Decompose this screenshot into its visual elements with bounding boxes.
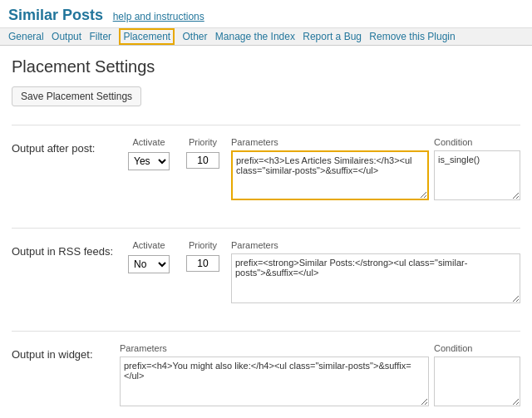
rss-activate-select[interactable]: No Yes [128, 255, 170, 273]
divider-top [12, 125, 520, 125]
output-rss-controls: Activate Priority Parameters No Yes pref… [120, 240, 520, 306]
rss-row: No Yes prefix=<strong>Similar Posts:</st… [120, 253, 520, 306]
rss-priority-col [178, 253, 228, 272]
widget-parameters-col: prefix=<h4>You might also like:</h4><ul … [120, 357, 429, 409]
save-placement-settings-button[interactable]: Save Placement Settings [12, 86, 141, 106]
tab-manage-index[interactable]: Manage the Index [215, 31, 295, 42]
output-after-post-label: Output after post: [12, 137, 120, 155]
output-rss-section: Output in RSS feeds: Activate Priority P… [12, 240, 520, 314]
main-content: Placement Settings Save Placement Settin… [0, 46, 532, 418]
rss-parameters-col: prefix=<strong>Similar Posts:</strong><u… [228, 253, 520, 306]
page-title: Placement Settings [12, 57, 520, 76]
after-post-row: Yes No prefix=<h3>Les Articles Similaire… [120, 150, 520, 203]
after-post-priority-input[interactable] [186, 152, 219, 169]
divider-mid2 [12, 331, 520, 332]
output-widget-controls: Parameters Condition prefix=<h4>You migh… [120, 343, 520, 409]
parameters-header: Parameters [228, 137, 429, 147]
after-post-parameters-col: prefix=<h3>Les Articles Similaires:</h3>… [228, 150, 429, 203]
after-post-activate-col: Yes No [120, 150, 178, 170]
widget-row: prefix=<h4>You might also like:</h4><ul … [120, 357, 520, 409]
after-post-header: Activate Priority Parameters Condition [120, 137, 520, 147]
plugin-title: Similar Posts [8, 7, 103, 23]
after-post-parameters-textarea[interactable]: prefix=<h3>Les Articles Similaires:</h3>… [231, 150, 429, 200]
tab-general[interactable]: General [8, 31, 44, 42]
after-post-priority-col [178, 150, 228, 169]
after-post-activate-select[interactable]: Yes No [128, 152, 170, 170]
priority-header: Priority [178, 137, 228, 147]
widget-parameters-textarea[interactable]: prefix=<h4>You might also like:</h4><ul … [120, 357, 429, 406]
rss-priority-header: Priority [178, 240, 228, 250]
nav-tabs: General Output Filter Placement Other Ma… [0, 28, 532, 46]
tab-report-bug[interactable]: Report a Bug [303, 31, 362, 42]
after-post-condition-col: is_single() [429, 150, 520, 203]
rss-parameters-header: Parameters [228, 240, 520, 250]
help-link[interactable]: help and instructions [113, 11, 204, 22]
condition-header: Condition [429, 137, 520, 147]
tab-output[interactable]: Output [52, 31, 81, 42]
rss-activate-header: Activate [120, 240, 178, 250]
output-after-post-controls: Activate Priority Parameters Condition Y… [120, 137, 520, 203]
rss-priority-input[interactable] [186, 255, 219, 272]
output-after-post-section: Output after post: Activate Priority Par… [12, 137, 520, 211]
plugin-header: Similar Posts help and instructions [0, 0, 532, 28]
rss-parameters-textarea[interactable]: prefix=<strong>Similar Posts:</strong><u… [231, 253, 520, 303]
after-post-condition-textarea[interactable]: is_single() [434, 150, 520, 200]
widget-condition-header: Condition [429, 343, 520, 353]
widget-parameters-header: Parameters [120, 343, 429, 353]
output-widget-section: Output in widget: Parameters Condition p… [12, 343, 520, 417]
output-widget-label: Output in widget: [12, 343, 120, 361]
rss-header: Activate Priority Parameters [120, 240, 520, 250]
divider-mid1 [12, 228, 520, 229]
widget-condition-col [429, 357, 520, 409]
rss-activate-col: No Yes [120, 253, 178, 273]
tab-other[interactable]: Other [182, 31, 207, 42]
widget-condition-textarea[interactable] [434, 357, 520, 406]
output-rss-label: Output in RSS feeds: [12, 240, 120, 258]
tab-filter[interactable]: Filter [89, 31, 111, 42]
widget-header: Parameters Condition [120, 343, 520, 353]
activate-header: Activate [120, 137, 178, 147]
tab-placement[interactable]: Placement [119, 28, 175, 45]
tab-remove-plugin[interactable]: Remove this Plugin [369, 31, 455, 42]
